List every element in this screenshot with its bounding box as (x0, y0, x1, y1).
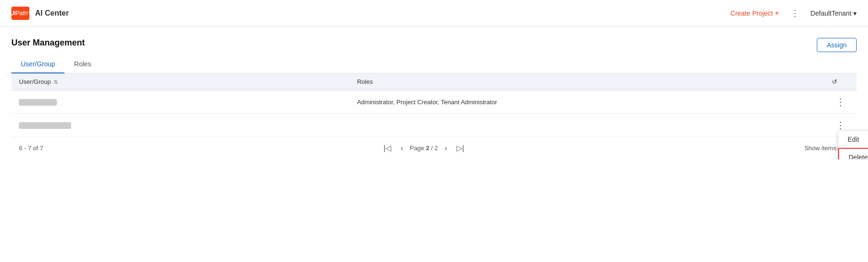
last-page-icon: ▷| (457, 144, 464, 152)
tab-user-group[interactable]: User/Group (11, 55, 64, 73)
first-page-button[interactable]: |◁ (381, 143, 394, 154)
first-page-icon: |◁ (384, 144, 391, 152)
row-menu-button-2[interactable]: ⋮ (832, 119, 849, 131)
cell-user-group (11, 90, 349, 114)
cell-roles: Administrator, Project Creator, Tenant A… (349, 90, 824, 114)
more-icon: ⋮ (791, 9, 799, 18)
logo-area: UiPath™ AI Center (11, 7, 69, 20)
prev-page-icon: ‹ (401, 144, 403, 152)
cell-user-group-2 (11, 114, 349, 137)
app-header: UiPath™ AI Center Create Project + ⋮ Def… (0, 0, 868, 27)
sort-icon[interactable]: ⇅ (54, 79, 58, 85)
plus-icon: + (775, 9, 779, 18)
total-pages: 2 (435, 145, 438, 152)
header-actions: Create Project + ⋮ DefaultTenant ▾ (731, 8, 857, 18)
show-items-label: Show items: (804, 145, 838, 152)
uipath-logo: UiPath™ (11, 7, 29, 20)
table-row: Administrator, Project Creator, Tenant A… (11, 90, 857, 114)
tenant-selector-button[interactable]: DefaultTenant ▾ (811, 9, 857, 17)
context-menu-edit[interactable]: Edit (838, 131, 868, 148)
col-header-user-group: User/Group ⇅ (11, 73, 349, 90)
tab-roles[interactable]: Roles (64, 55, 101, 73)
table-row: ⋮ (11, 114, 857, 137)
last-page-button[interactable]: ▷| (454, 143, 467, 154)
tabs-container: User/Group Roles (11, 55, 857, 73)
pagination-controls: |◁ ‹ Page 2 / 2 › ▷| (381, 143, 467, 154)
context-menu-delete[interactable]: Delete (838, 148, 868, 159)
row-menu-button-1[interactable]: ⋮ (832, 96, 849, 108)
cell-row-menu: ⋮ (824, 90, 857, 114)
next-page-icon: › (445, 144, 447, 152)
table-body: Administrator, Project Creator, Tenant A… (11, 90, 857, 137)
next-page-button[interactable]: › (442, 143, 450, 154)
more-options-button[interactable]: ⋮ (789, 8, 801, 18)
page-info: Page 2 / 2 (410, 145, 438, 152)
page-header-row: User Management Assign (11, 38, 857, 55)
assign-button[interactable]: Assign (817, 38, 857, 52)
prev-page-button[interactable]: ‹ (398, 143, 406, 154)
chevron-down-icon: ▾ (853, 9, 857, 17)
current-page: 2 (426, 145, 429, 152)
table-wrapper: User/Group ⇅ Roles ↺ (11, 73, 857, 159)
table-header: User/Group ⇅ Roles ↺ (11, 73, 857, 90)
create-project-label: Create Project (731, 9, 773, 17)
app-name: AI Center (35, 9, 69, 18)
refresh-button[interactable]: ↺ (824, 73, 857, 90)
create-project-button[interactable]: Create Project + (731, 9, 779, 18)
user-group-table: User/Group ⇅ Roles ↺ (11, 73, 857, 137)
context-menu-popup: Edit Delete (838, 130, 868, 159)
blurred-user-1 (19, 99, 57, 106)
tenant-name: DefaultTenant (811, 9, 851, 17)
blurred-user-2 (19, 122, 71, 129)
page-content: User Management Assign User/Group Roles … (0, 27, 868, 159)
refresh-icon: ↺ (832, 78, 837, 85)
pagination-row: 6 - 7 of 7 |◁ ‹ Page 2 / 2 › ▷| (11, 137, 857, 159)
col-header-roles: Roles (349, 73, 824, 90)
cell-roles-2 (349, 114, 824, 137)
page-title: User Management (11, 38, 85, 48)
pagination-range: 6 - 7 of 7 (19, 145, 43, 152)
